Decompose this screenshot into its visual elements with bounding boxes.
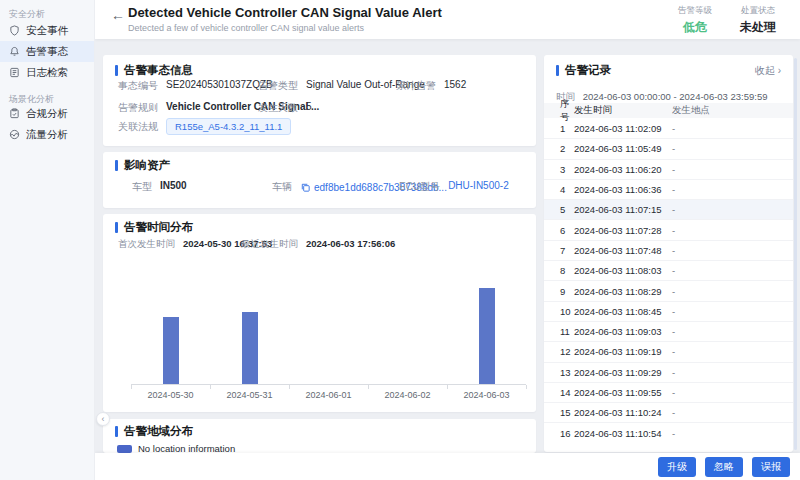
table-row[interactable]: 122024-06-03 11:09:19- — [544, 341, 793, 361]
accent-bar — [115, 222, 118, 233]
record-location: - — [672, 184, 793, 195]
table-row[interactable]: 62024-06-03 11:07:28- — [544, 219, 793, 239]
sidebar: 安全分析 安全事件 告警事态 日志检索 场景化分析 合规分析 — [0, 0, 95, 480]
table-row[interactable]: 42024-06-03 11:06:36- — [544, 179, 793, 199]
table-row[interactable]: 12024-06-03 11:02:09- — [544, 118, 793, 138]
record-index: 5 — [544, 204, 574, 215]
record-time: 2024-06-03 11:08:29 — [574, 286, 672, 297]
table-row[interactable]: 82024-06-03 11:08:03- — [544, 260, 793, 280]
table-row[interactable]: 102024-06-03 11:08:45- — [544, 301, 793, 321]
chart-bar-slot — [289, 287, 368, 384]
bell-icon — [9, 46, 20, 57]
table-row[interactable]: 142024-06-03 11:09:55- — [544, 382, 793, 402]
page-title: Detected Vehicle Controller CAN Signal V… — [128, 5, 442, 20]
last-occurrence-field: 最近发生时间 2024-06-03 17:56:06 — [241, 238, 395, 251]
x-axis-tick — [131, 385, 132, 389]
sidebar-item-label: 日志检索 — [26, 66, 68, 80]
record-time: 2024-06-03 11:08:03 — [574, 265, 672, 276]
chart-bar-slot — [131, 287, 210, 384]
ecu-model-link[interactable]: DHU-IN500-2 — [448, 180, 509, 194]
document-search-icon — [9, 67, 20, 78]
alert-level-label: 告警等级 — [678, 5, 712, 17]
sidebar-item-log-search[interactable]: 日志检索 — [0, 62, 94, 83]
record-index: 4 — [544, 184, 574, 195]
record-location: - — [672, 143, 793, 154]
last-occurrence-value: 2024-06-03 17:56:06 — [306, 238, 395, 251]
table-row[interactable]: 162024-06-03 11:10:54- — [544, 422, 793, 442]
record-index: 10 — [544, 306, 574, 317]
ignore-button[interactable]: 忽略 — [705, 457, 743, 477]
record-index: 11 — [544, 326, 574, 337]
action-bar: 升级 忽略 误报 — [95, 453, 800, 480]
alert-records-title: 告警记录 — [556, 63, 611, 78]
x-axis-tick — [526, 385, 527, 389]
sidebar-item-label: 流量分析 — [26, 128, 68, 142]
legend-swatch — [117, 445, 132, 453]
col-header-time: 发生时间 — [574, 104, 672, 117]
record-time: 2024-06-03 11:02:09 — [574, 123, 672, 134]
record-location: - — [672, 407, 793, 418]
table-row[interactable]: 112024-06-03 11:09:03- — [544, 321, 793, 341]
event-id-value: SE202405301037ZQZB — [166, 79, 273, 93]
chart-x-axis: 2024-05-302024-05-312024-06-012024-06-02… — [131, 385, 526, 400]
collapse-link[interactable]: 收起 › — [755, 64, 781, 78]
chart-bar-slot — [447, 287, 526, 384]
record-time: 2024-06-03 11:09:55 — [574, 387, 672, 398]
table-row[interactable]: 132024-06-03 11:09:29- — [544, 362, 793, 382]
action-buttons: 升级 忽略 误报 — [658, 457, 790, 477]
chart-plot-area — [131, 287, 526, 385]
false-positive-button[interactable]: 误报 — [752, 457, 790, 477]
alert-level-badge: 告警等级 低危 — [678, 5, 712, 36]
accent-bar — [556, 65, 559, 76]
sidebar-item-traffic-analysis[interactable]: 流量分析 — [0, 124, 94, 145]
sidebar-item-compliance-analysis[interactable]: 合规分析 — [0, 103, 94, 124]
record-time: 2024-06-03 11:05:49 — [574, 143, 672, 154]
record-index: 1 — [544, 123, 574, 134]
record-location: - — [672, 387, 793, 398]
record-time: 2024-06-03 11:09:29 — [574, 367, 672, 378]
record-index: 2 — [544, 143, 574, 154]
record-index: 15 — [544, 407, 574, 418]
disposal-status-label: 处置状态 — [740, 5, 776, 17]
back-arrow-icon[interactable]: ← — [111, 8, 125, 22]
table-row[interactable]: 32024-06-03 11:06:20- — [544, 159, 793, 179]
sidebar-item-security-events[interactable]: 安全事件 — [0, 20, 94, 41]
x-axis-tick — [289, 385, 290, 389]
table-row[interactable]: 92024-06-03 11:08:29- — [544, 280, 793, 300]
record-time: 2024-06-03 11:10:24 — [574, 407, 672, 418]
upgrade-button[interactable]: 升级 — [658, 457, 696, 477]
record-time: 2024-06-03 11:08:45 — [574, 306, 672, 317]
alert-records-card: 告警记录 收起 › 时间 2024-06-03 00:00:00 - 2024-… — [544, 55, 793, 452]
days-field: 发生天数 5 — [258, 101, 312, 115]
sidebar-item-label: 合规分析 — [26, 107, 68, 121]
panel-collapse-button[interactable]: ‹ — [96, 412, 110, 426]
record-index: 16 — [544, 428, 574, 439]
region-distribution-title: 告警地域分布 — [115, 424, 193, 439]
alert-level-value: 低危 — [678, 19, 712, 36]
vehicle-model-value: IN500 — [160, 180, 187, 194]
scrollbar[interactable] — [794, 58, 797, 450]
table-row[interactable]: 52024-06-03 11:07:15- — [544, 199, 793, 219]
x-axis-label: 2024-06-02 — [368, 385, 447, 400]
accent-bar — [115, 426, 118, 437]
table-row[interactable]: 22024-06-03 11:05:49- — [544, 138, 793, 158]
record-time: 2024-06-03 11:09:19 — [574, 346, 672, 357]
x-axis-label: 2024-06-03 — [447, 385, 526, 400]
sidebar-item-alert-events[interactable]: 告警事态 — [0, 41, 94, 62]
record-time: 2024-06-03 11:10:54 — [574, 428, 672, 439]
chart-bar — [163, 317, 179, 384]
record-index: 13 — [544, 367, 574, 378]
header-badges: 告警等级 低危 处置状态 未处理 — [678, 5, 776, 36]
copy-icon[interactable] — [300, 182, 311, 193]
table-row[interactable]: 152024-06-03 11:10:24- — [544, 402, 793, 422]
record-location: - — [672, 346, 793, 357]
table-row[interactable]: 72024-06-03 11:07:48- — [544, 240, 793, 260]
page-subtitle: Detected a few of vehicle controller CAN… — [128, 23, 364, 33]
days-value: 5 — [306, 101, 312, 115]
record-index: 14 — [544, 387, 574, 398]
record-index: 6 — [544, 225, 574, 236]
regulation-field: 关联法规 R155e_A5-4.3.2_11_11.1 — [118, 118, 291, 135]
region-legend: No location information — [117, 443, 235, 453]
regulation-tag[interactable]: R155e_A5-4.3.2_11_11.1 — [166, 118, 291, 135]
disposal-status-value: 未处理 — [740, 19, 776, 36]
